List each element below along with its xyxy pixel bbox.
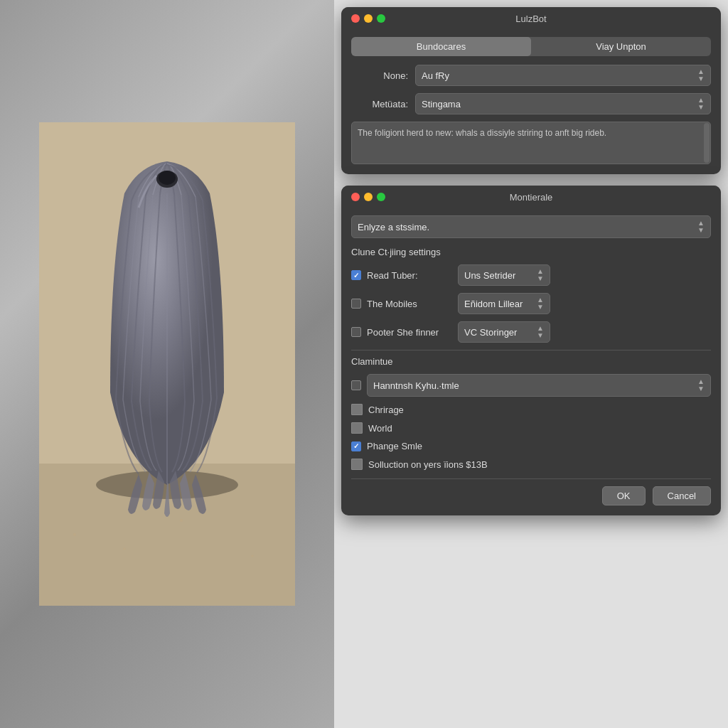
tab-bundocares[interactable]: Bundocares (351, 37, 531, 56)
traffic-lights-2 (351, 193, 385, 201)
lulzbot-title: LulzBot (515, 14, 546, 24)
mobiles-select[interactable]: Eñidom Lillear ▲▼ (458, 293, 550, 314)
top-dropdown[interactable]: Enlyze a stssime. ▲▼ (351, 215, 711, 238)
clamintue-checkbox[interactable] (351, 380, 361, 390)
top-dropdown-value: Enlyze a stssime. (358, 222, 429, 232)
mobiles-checkbox[interactable] (351, 299, 361, 309)
pooter-select[interactable]: VC Storinger ▲▼ (458, 321, 550, 343)
svg-point-4 (180, 519, 183, 522)
read-tuber-row: Read Tuber: Uns Setrider ▲▼ (351, 264, 711, 286)
read-tuber-checkbox[interactable] (351, 270, 361, 280)
lulzbot-tabs[interactable]: Bundocares Viay Unpton (351, 37, 711, 56)
description-text[interactable]: The foligiont herd to new: whals a dissi… (351, 122, 711, 164)
metadata-arrow-icon: ▲▼ (697, 97, 705, 111)
metadata-row: Metüata: Stingama ▲▼ (351, 93, 711, 114)
world-label: World (368, 423, 392, 434)
svg-point-2 (73, 533, 76, 536)
mobiles-row: The Mobiles Eñidom Lillear ▲▼ (351, 293, 711, 314)
bottom-buttons: OK Cancel (351, 478, 711, 505)
close-button-2[interactable] (351, 193, 360, 201)
chrirage-label: Chrirage (368, 405, 404, 415)
none-select[interactable]: Au fRy ▲▼ (415, 65, 711, 86)
svg-point-8 (159, 171, 176, 185)
traffic-lights-1 (351, 14, 385, 23)
mobiles-arrow-icon: ▲▼ (537, 296, 544, 311)
none-value: Au fRy (422, 70, 449, 81)
minimize-button-1[interactable] (364, 14, 373, 23)
photo-image (0, 0, 334, 728)
mobiles-value: Eñidom Lillear (464, 299, 523, 309)
clamintue-dropdown[interactable]: Hanntnsh Kyhu.·tmle ▲▼ (367, 374, 711, 397)
read-tuber-select[interactable]: Uns Setrider ▲▼ (458, 264, 550, 286)
description-scrollbar[interactable] (704, 123, 710, 163)
read-tuber-label: Read Tuber: (367, 270, 452, 281)
right-panel: LulzBot Bundocares Viay Unpton None: Au … (334, 0, 728, 728)
svg-point-3 (124, 548, 126, 550)
separator-1 (351, 350, 711, 350)
read-tuber-arrow-icon: ▲▼ (537, 268, 544, 282)
tab-viay-unpton[interactable]: Viay Unpton (531, 37, 711, 56)
pooter-row: Pooter She finner VC Storinger ▲▼ (351, 321, 711, 343)
phange-label: Phange Smle (367, 441, 422, 451)
pooter-checkbox[interactable] (351, 327, 361, 337)
metadata-value: Stingama (422, 99, 461, 109)
clamintue-section-header: Clamintue (351, 356, 711, 367)
dialog-lulzbot: LulzBot Bundocares Viay Unpton None: Au … (341, 7, 721, 174)
none-arrow-icon: ▲▼ (697, 68, 705, 82)
montierale-content: Enlyze a stssime. ▲▼ Clune Ct·jiing sett… (341, 208, 721, 515)
metadata-label: Metüata: (351, 99, 408, 109)
dialog-montierale: Montierale Enlyze a stssime. ▲▼ Clune Ct… (341, 186, 721, 515)
description-wrapper: The foligiont herd to new: whals a dissi… (351, 122, 711, 164)
montierale-title: Montierale (510, 192, 553, 203)
pooter-value: VC Storinger (464, 327, 517, 338)
svg-point-5 (252, 555, 254, 557)
none-row: None: Au fRy ▲▼ (351, 65, 711, 86)
solluction-label: Solluction on yers ïions $13B (368, 459, 488, 470)
world-row: World (351, 422, 711, 434)
montierale-titlebar: Montierale (341, 186, 721, 208)
chrirage-row: Chrirage (351, 404, 711, 415)
clune-section-header: Clune Ct·jiing settings (351, 247, 711, 257)
clamintue-arrow-icon: ▲▼ (697, 378, 705, 392)
none-label: None: (351, 70, 408, 81)
maximize-button-2[interactable] (377, 193, 385, 201)
chrirage-checkbox[interactable] (351, 404, 363, 415)
maximize-button-1[interactable] (377, 14, 385, 23)
cancel-button[interactable]: Cancel (653, 486, 711, 505)
ok-button[interactable]: OK (602, 486, 646, 505)
phange-checkbox[interactable] (351, 441, 361, 451)
mobiles-label: The Mobiles (367, 299, 452, 309)
solluction-row: Solluction on yers ïions $13B (351, 459, 711, 470)
pooter-label: Pooter She finner (367, 327, 452, 338)
solluction-checkbox[interactable] (351, 459, 363, 470)
phange-row: Phange Smle (351, 441, 711, 451)
top-dropdown-arrow-icon: ▲▼ (697, 220, 705, 234)
world-checkbox[interactable] (351, 422, 363, 434)
photo-panel (0, 0, 334, 728)
close-button-1[interactable] (351, 14, 360, 23)
minimize-button-2[interactable] (364, 193, 373, 201)
metadata-select[interactable]: Stingama ▲▼ (415, 93, 711, 114)
lulzbot-titlebar: LulzBot (341, 7, 721, 30)
pooter-arrow-icon: ▲▼ (537, 325, 544, 339)
clamintue-dropdown-value: Hanntnsh Kyhu.·tmle (373, 380, 459, 391)
clamintue-dropdown-row: Hanntnsh Kyhu.·tmle ▲▼ (351, 374, 711, 397)
read-tuber-value: Uns Setrider (464, 270, 515, 281)
lulzbot-content: Bundocares Viay Unpton None: Au fRy ▲▼ M… (341, 30, 721, 174)
